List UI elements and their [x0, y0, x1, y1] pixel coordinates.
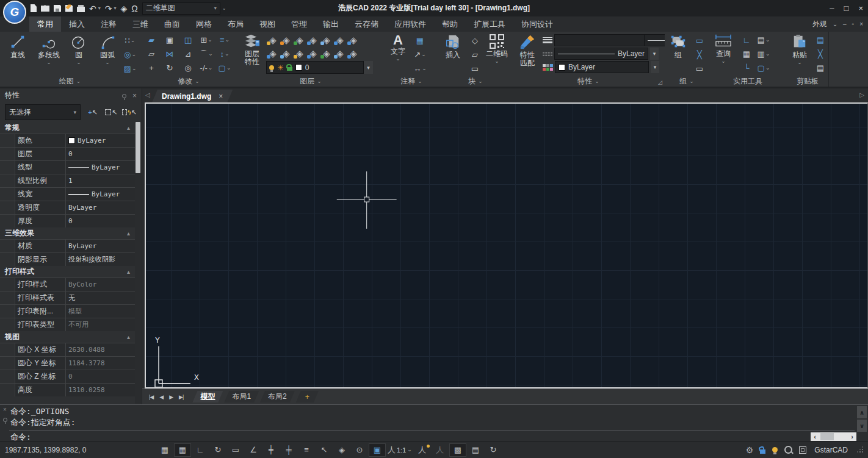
dynamic-input-toggle[interactable]: ▭ [227, 443, 244, 457]
pin-icon[interactable] [122, 91, 126, 100]
text-button[interactable]: A 文字 ⌄ [385, 34, 411, 62]
ungroup-icon[interactable]: ▭ [692, 61, 707, 76]
grid-toggle[interactable]: ▦ [174, 443, 191, 457]
doc-tabs-scroll-right-icon[interactable]: ▷ [859, 91, 864, 98]
array-icon[interactable]: ⊞⌄ [198, 33, 214, 48]
scroll-right-icon[interactable]: › [848, 432, 856, 441]
ortho-toggle[interactable]: ∟ [192, 443, 209, 457]
hardware-accel-icon[interactable] [772, 447, 778, 453]
panel-label-block[interactable]: 块 ⌄ [439, 76, 512, 86]
polyline-dropdown-icon[interactable]: ⌄ [46, 60, 51, 65]
dropdown-caret-icon[interactable]: ⌄ [208, 65, 213, 71]
ribbon-tab-8[interactable]: 视图 [251, 16, 283, 32]
polyline-button[interactable]: 多段线 ⌄ [33, 34, 65, 65]
layer-restore-icon[interactable]: ◈ [345, 46, 361, 60]
group-select-icon[interactable]: ▭ [692, 33, 707, 48]
ui-lock-icon[interactable] [760, 449, 765, 454]
panel-label-group[interactable]: 组 ⌄ [665, 76, 709, 86]
layer-select[interactable]: ☀ 0 [266, 61, 364, 74]
scale-icon[interactable]: ◎ [180, 61, 196, 76]
osnap-toggle[interactable]: ┿ [262, 443, 280, 457]
document-tab-close-icon[interactable]: × [219, 92, 223, 101]
polyline-edit-icon[interactable]: ▱ [143, 47, 159, 62]
align-icon[interactable]: ≡⌄ [217, 33, 233, 48]
leader-icon[interactable]: ↗⌄ [412, 47, 428, 62]
collapse-icon[interactable]: ▴ [127, 268, 130, 275]
section-header-3d-effects[interactable]: 三维效果▴ [0, 227, 135, 239]
print-icon[interactable] [77, 7, 85, 12]
ribbon-tab-9[interactable]: 管理 [283, 16, 315, 32]
block-edit-icon[interactable]: ▱ [467, 47, 483, 62]
add-selection-button[interactable]: +↖ [85, 105, 100, 120]
dropdown-caret-icon[interactable]: ⌄ [407, 447, 412, 453]
ribbon-tab-1[interactable]: 常用 [29, 16, 61, 32]
property-value[interactable]: ByLayer [66, 240, 135, 252]
section-header-general[interactable]: 常规▴ [0, 122, 135, 134]
layer-select-dropdown-icon[interactable]: ▾ [364, 61, 373, 74]
paste-block-icon[interactable]: ▤ [812, 33, 828, 48]
color-dropdown-icon[interactable]: ▾ [651, 61, 659, 73]
mirror-scale-icon[interactable]: ⋈ [162, 47, 178, 62]
panel-label-utilities[interactable]: 实用工具 [709, 76, 787, 86]
move-icon[interactable]: + [143, 61, 159, 76]
snap-toggle[interactable]: ▦ [156, 443, 173, 457]
dropdown-caret-icon[interactable]: ⌄ [208, 51, 213, 57]
redo-icon[interactable]: ↷ [105, 4, 112, 13]
ribbon-tab-14[interactable]: 扩展工具 [466, 16, 513, 32]
arc-dropdown-icon[interactable]: ⌄ [105, 60, 110, 65]
undo-icon[interactable]: ↶ [89, 4, 96, 13]
zoom-settings-icon[interactable] [784, 446, 792, 454]
color-palette-icon[interactable] [543, 64, 553, 71]
close-button[interactable]: × [858, 4, 863, 13]
selection-select[interactable]: 无选择 ▾ [5, 104, 81, 120]
dropdown-caret-icon[interactable]: ⌄ [765, 37, 770, 43]
erase-icon[interactable]: ▰ [143, 33, 159, 48]
property-value[interactable]: ByLayer [66, 188, 135, 201]
doc-restore-button[interactable]: ▫ [852, 21, 855, 27]
ribbon-tab-3[interactable]: 注释 [93, 16, 125, 32]
paste-dropdown-icon[interactable]: ⌄ [797, 60, 802, 65]
circle-button[interactable]: 圆 ⌄ [65, 34, 93, 65]
dropdown-caret-icon[interactable]: ⌄ [422, 66, 427, 71]
ribbon-tab-15[interactable]: 协同设计 [513, 16, 561, 32]
ribbon-tab-6[interactable]: 网格 [188, 16, 220, 32]
hscrollbar-thumb[interactable] [820, 433, 834, 440]
panel-label-layer[interactable]: 图层 ⌄ [237, 76, 384, 86]
layers-status-toggle[interactable]: ◈ [333, 443, 350, 457]
measure-axes-icon[interactable]: ∟ [739, 33, 754, 48]
section-header-view[interactable]: 视图▴ [0, 331, 135, 343]
dropdown-caret-icon[interactable]: ⌄ [132, 66, 137, 71]
panel-label-clipboard[interactable]: 剪贴板 [787, 76, 828, 86]
group-button[interactable]: 组 [666, 34, 690, 59]
id-point-icon[interactable]: └ [739, 61, 754, 76]
ribbon-tab-10[interactable]: 输出 [315, 16, 347, 32]
linetype-select[interactable]: ByLayer [554, 48, 648, 60]
hatch-icon[interactable]: ▨⌄ [122, 61, 138, 76]
linetype-dropdown-icon[interactable]: ▾ [650, 48, 659, 60]
color-select[interactable]: ByLayer [555, 61, 649, 73]
property-value[interactable]: 1 [66, 174, 135, 187]
layer-isolate-icon[interactable]: ◈ [345, 32, 361, 47]
mirror-icon[interactable]: ⊿ [180, 47, 196, 62]
new-file-icon[interactable] [31, 4, 37, 12]
layer-states-icon[interactable]: ◈ [121, 4, 128, 13]
resize-grip[interactable] [857, 446, 864, 454]
panel-label-draw[interactable]: 绘图 ⌄ [0, 76, 140, 86]
explode-icon[interactable]: ▣ [162, 33, 178, 48]
panel-label-annotate[interactable]: 注释 ⌄ [384, 76, 439, 86]
measure-dropdown-icon[interactable]: ⌄ [721, 59, 726, 64]
linetype-icon[interactable] [543, 52, 552, 56]
property-value[interactable]: ByLayer [66, 161, 135, 174]
donut-icon[interactable]: ◎⌄ [122, 47, 138, 62]
ribbon-tab-12[interactable]: 应用软件 [386, 16, 434, 32]
property-value[interactable]: 0 [66, 215, 135, 227]
palette-close-icon[interactable]: × [132, 91, 137, 100]
ribbon-tab-11[interactable]: 云存储 [347, 16, 386, 32]
command-vscrollbar[interactable]: ∧ ∨ [857, 406, 867, 432]
dropdown-caret-icon[interactable]: ⌄ [225, 37, 230, 43]
paste-button[interactable]: 粘贴 ⌄ [788, 34, 811, 65]
ribbon-tab-5[interactable]: 曲面 [156, 16, 188, 32]
workspace-select[interactable]: 二维草图 ▾ [142, 2, 220, 15]
quick-properties-toggle[interactable]: ▤ [467, 443, 484, 457]
ribbon-tab-13[interactable]: 帮助 [434, 16, 466, 32]
